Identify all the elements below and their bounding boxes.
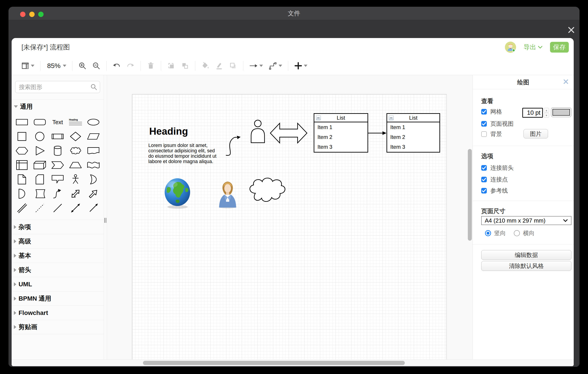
view-layout-button[interactable] bbox=[18, 59, 37, 72]
canvas-paragraph-shape[interactable]: Lorem ipsum dolor sit amet, consectetur … bbox=[148, 143, 217, 164]
sidebar-section-general[interactable]: 通用 bbox=[12, 99, 104, 114]
shape-process[interactable] bbox=[49, 129, 67, 143]
undo-button[interactable] bbox=[110, 59, 124, 72]
portrait-radio[interactable] bbox=[485, 230, 491, 236]
background-checkbox[interactable] bbox=[481, 131, 487, 137]
guides-checkbox-row[interactable]: 参考线 bbox=[481, 187, 508, 195]
canvas-actor-shape[interactable] bbox=[249, 120, 266, 143]
shape-card[interactable] bbox=[31, 172, 49, 187]
shape-step[interactable] bbox=[49, 158, 67, 172]
shape-bidirectional-arrow[interactable] bbox=[67, 187, 84, 201]
to-front-button[interactable] bbox=[164, 59, 178, 72]
connection-arrow-button[interactable] bbox=[246, 59, 266, 72]
shape-document[interactable] bbox=[84, 143, 102, 158]
shape-and[interactable] bbox=[13, 187, 31, 201]
connection-points-checkbox-row[interactable]: 连接点 bbox=[481, 176, 508, 183]
delete-button[interactable] bbox=[144, 59, 158, 72]
background-checkbox-row[interactable]: 背景 bbox=[481, 130, 502, 138]
to-back-button[interactable] bbox=[178, 59, 192, 72]
sidebar-section-advanced[interactable]: 高级 bbox=[12, 234, 104, 248]
shape-cylinder[interactable] bbox=[49, 143, 67, 158]
shape-trapezoid[interactable] bbox=[67, 158, 84, 172]
grid-size-input[interactable] bbox=[522, 108, 543, 118]
landscape-label[interactable]: 横向 bbox=[523, 229, 535, 237]
canvas-curve-arrow[interactable] bbox=[224, 132, 243, 157]
list-item[interactable]: Item 2 bbox=[314, 132, 368, 142]
canvas-list-shape[interactable]: List Item 1 Item 2 Item 3 bbox=[314, 113, 368, 153]
guides-checkbox[interactable] bbox=[481, 188, 487, 194]
shape-callout[interactable] bbox=[49, 172, 67, 187]
connector-style-button[interactable] bbox=[266, 59, 285, 72]
shape-data-storage[interactable] bbox=[31, 187, 49, 201]
shape-cube[interactable] bbox=[31, 158, 49, 172]
shape-hexagon[interactable] bbox=[13, 143, 31, 158]
canvas-double-arrow-shape[interactable] bbox=[269, 120, 308, 147]
sidebar-section-uml[interactable]: UML bbox=[12, 277, 104, 291]
shape-directional-connector[interactable] bbox=[84, 201, 102, 215]
page-size-select[interactable]: A4 (210 mm x 297 mm) bbox=[481, 216, 571, 225]
page-view-checkbox[interactable] bbox=[481, 121, 487, 127]
diagram-canvas[interactable]: Heading Lorem ipsum dolor sit amet, cons… bbox=[107, 75, 472, 360]
grid-checkbox[interactable] bbox=[481, 109, 487, 115]
sidebar-section-basic[interactable]: 基本 bbox=[12, 248, 104, 263]
connection-arrows-checkbox-row[interactable]: 连接箭头 bbox=[481, 164, 514, 172]
sidebar-section-flowchart[interactable]: Flowchart bbox=[12, 306, 104, 320]
shape-arrow[interactable] bbox=[84, 187, 102, 201]
shape-cloud[interactable] bbox=[67, 143, 84, 158]
connection-points-checkbox[interactable] bbox=[481, 177, 487, 182]
shape-circle[interactable] bbox=[31, 129, 49, 143]
stepper-up-icon[interactable]: ▲ bbox=[544, 108, 549, 112]
shape-diamond[interactable] bbox=[67, 129, 84, 143]
grid-size-stepper[interactable]: ▲ ▼ bbox=[544, 108, 549, 118]
fill-color-button[interactable] bbox=[198, 59, 212, 72]
search-input[interactable] bbox=[15, 81, 100, 93]
shape-internal-storage[interactable] bbox=[13, 158, 31, 172]
shape-triangle[interactable] bbox=[31, 143, 49, 158]
shape-square[interactable] bbox=[13, 129, 31, 143]
list-item[interactable]: Item 3 bbox=[314, 142, 368, 152]
shape-curve[interactable] bbox=[49, 187, 67, 201]
shape-textbox[interactable]: Heading bbox=[67, 115, 84, 129]
horizontal-scrollbar[interactable] bbox=[143, 361, 405, 365]
shadow-button[interactable] bbox=[226, 59, 240, 72]
shape-note[interactable] bbox=[13, 172, 31, 187]
shape-parallelogram[interactable] bbox=[84, 129, 102, 143]
canvas-heading-shape[interactable]: Heading bbox=[149, 126, 188, 137]
panel-close-icon[interactable] bbox=[563, 79, 569, 85]
edit-data-button[interactable]: 编辑数据 bbox=[481, 250, 571, 260]
export-button[interactable]: 导出 bbox=[524, 43, 542, 51]
collapse-icon[interactable] bbox=[389, 115, 394, 120]
close-icon[interactable] bbox=[567, 26, 576, 34]
redo-button[interactable] bbox=[124, 59, 137, 72]
background-image-button[interactable]: 图片 bbox=[524, 129, 548, 138]
insert-button[interactable] bbox=[291, 59, 310, 72]
list-item[interactable]: Item 1 bbox=[314, 122, 368, 132]
shape-dashed-line[interactable] bbox=[31, 201, 49, 215]
landscape-radio[interactable] bbox=[514, 230, 520, 236]
list-item[interactable]: Item 1 bbox=[387, 122, 440, 132]
shape-or[interactable] bbox=[84, 172, 102, 187]
zoom-out-button[interactable] bbox=[89, 59, 103, 72]
collapse-icon[interactable] bbox=[316, 115, 321, 120]
zoom-in-button[interactable] bbox=[75, 59, 89, 72]
shape-link[interactable] bbox=[13, 201, 31, 215]
shape-rounded-rectangle[interactable] bbox=[31, 115, 49, 129]
sidebar-resize-handle[interactable] bbox=[104, 218, 106, 223]
sidebar-section-arrows[interactable]: 箭头 bbox=[12, 263, 104, 277]
portrait-label[interactable]: 竖向 bbox=[494, 229, 506, 237]
grid-color-swatch[interactable] bbox=[551, 107, 571, 117]
sidebar-section-misc[interactable]: 杂项 bbox=[12, 220, 104, 234]
zoom-level-button[interactable]: 85% bbox=[43, 59, 69, 72]
line-color-button[interactable] bbox=[212, 59, 226, 72]
sidebar-section-bpmn[interactable]: BPMN 通用 bbox=[12, 291, 104, 306]
canvas-cloud-shape[interactable] bbox=[247, 176, 289, 204]
canvas-connector-arrow[interactable] bbox=[368, 131, 387, 135]
vertical-scrollbar[interactable] bbox=[468, 149, 472, 241]
connection-arrows-checkbox[interactable] bbox=[481, 165, 487, 171]
sidebar-section-clipart[interactable]: 剪贴画 bbox=[12, 320, 104, 334]
user-avatar[interactable] bbox=[505, 42, 516, 53]
clear-default-style-button[interactable]: 清除默认风格 bbox=[481, 261, 571, 271]
list-item[interactable]: Item 3 bbox=[387, 142, 440, 152]
stepper-down-icon[interactable]: ▼ bbox=[544, 113, 549, 118]
shape-text[interactable]: Text bbox=[49, 115, 67, 129]
